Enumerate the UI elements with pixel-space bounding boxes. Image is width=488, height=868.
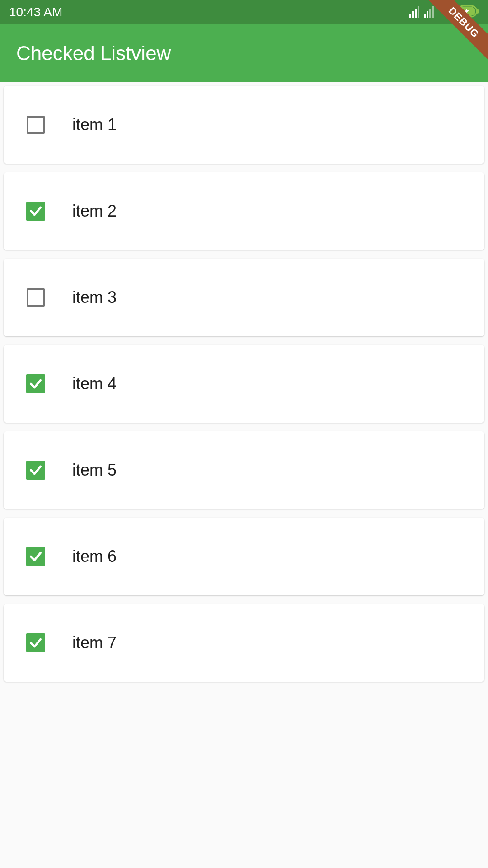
item-label: item 1 <box>72 115 117 134</box>
item-label: item 7 <box>72 633 117 652</box>
check-icon <box>26 547 45 566</box>
item-label: item 6 <box>72 547 117 566</box>
item-label: item 2 <box>72 202 117 221</box>
checkbox[interactable] <box>26 547 45 566</box>
check-icon <box>26 374 45 393</box>
signal-icon-2 <box>424 7 434 18</box>
list-item[interactable]: item 2 <box>4 172 484 250</box>
checkbox[interactable] <box>26 374 45 393</box>
check-icon <box>26 202 45 221</box>
list-item[interactable]: item 1 <box>4 86 484 164</box>
svg-rect-2 <box>477 9 479 14</box>
checkbox[interactable] <box>26 288 45 307</box>
checkbox-outline-icon <box>27 288 45 307</box>
item-label: item 4 <box>72 374 117 393</box>
checkbox-outline-icon <box>27 116 45 134</box>
list-item[interactable]: item 4 <box>4 345 484 423</box>
checkbox[interactable] <box>26 202 45 221</box>
list-item[interactable]: item 7 <box>4 604 484 682</box>
check-icon <box>26 633 45 652</box>
status-bar: 10:43 AM <box>0 0 488 24</box>
list-item[interactable]: item 3 <box>4 259 484 336</box>
list-item[interactable]: item 5 <box>4 431 484 509</box>
status-time: 10:43 AM <box>9 5 62 19</box>
checkbox[interactable] <box>26 115 45 134</box>
list-item[interactable]: item 6 <box>4 518 484 595</box>
item-label: item 3 <box>72 288 117 307</box>
checkbox[interactable] <box>26 633 45 652</box>
checkbox[interactable] <box>26 461 45 480</box>
item-label: item 5 <box>72 461 117 480</box>
app-bar: Checked Listview <box>0 24 488 82</box>
app-title: Checked Listview <box>16 42 171 65</box>
list-container: item 1item 2item 3item 4item 5item 6item… <box>0 82 488 682</box>
check-icon <box>26 461 45 480</box>
signal-icon-1 <box>409 7 419 18</box>
